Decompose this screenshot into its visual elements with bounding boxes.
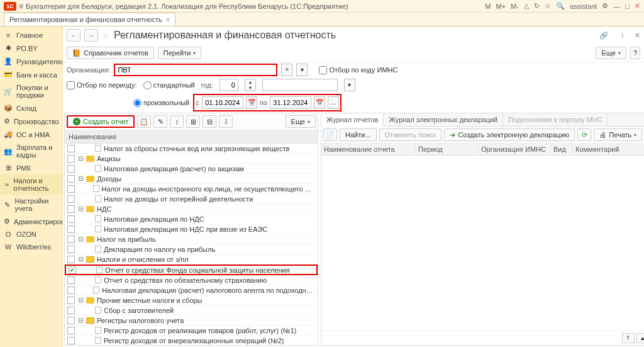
sidebar-item-9[interactable]: ⊞РМК <box>0 161 62 174</box>
minimize-icon[interactable]: — <box>613 3 620 10</box>
checkbox[interactable] <box>67 317 75 324</box>
tree-folder[interactable]: ⊟Регистры налогового учета <box>65 316 318 326</box>
collapse-button[interactable]: ⊟ <box>203 115 216 128</box>
link-icon[interactable]: 🔗 <box>599 31 608 40</box>
print-button[interactable]: 🖨 Печать ▾ <box>594 128 642 141</box>
year-stepper[interactable]: ▴▾ <box>245 79 256 91</box>
more-button-top[interactable]: Еще ▾ <box>596 47 626 59</box>
checkbox[interactable] <box>67 236 75 243</box>
tree-item[interactable]: Налог на доходы иностранного юр.лица, не… <box>65 184 318 194</box>
checkbox[interactable]: ✔ <box>69 266 76 274</box>
expand-icon[interactable]: ⊟ <box>77 205 84 213</box>
create-report-button[interactable]: + Создать отчет <box>67 115 135 128</box>
date-to-calendar-icon[interactable]: 📅 <box>314 96 325 109</box>
checkbox[interactable] <box>67 175 75 183</box>
sidebar-item-10[interactable]: ≈Налоги и отчетность <box>0 174 62 195</box>
more-left-button[interactable]: Еще ▾ <box>286 115 316 128</box>
checkbox[interactable] <box>67 195 75 203</box>
bell-icon[interactable]: △ <box>524 2 529 10</box>
expand-button[interactable]: ⊞ <box>186 115 200 128</box>
sidebar-item-11[interactable]: ✎Настройки учета <box>0 195 62 215</box>
find-button[interactable]: Найти... <box>340 128 377 141</box>
filter-imns-checkbox[interactable]: Отбор по коду ИМНС <box>319 66 397 74</box>
checkbox[interactable] <box>67 276 75 284</box>
tree-folder[interactable]: ⊟Акцизы <box>65 154 318 164</box>
org-input[interactable] <box>114 64 277 76</box>
expand-icon[interactable]: ⊟ <box>77 296 84 304</box>
checkbox[interactable] <box>67 155 75 162</box>
org-select-button[interactable]: ▾ <box>296 64 308 76</box>
maximize-icon[interactable]: □ <box>625 3 630 10</box>
tree-item[interactable]: Налоговая декларация по НДС при ввозе из… <box>65 224 318 234</box>
grid-body[interactable] <box>321 156 644 331</box>
star-icon[interactable]: ☆ <box>545 2 551 10</box>
period-arbitrary-radio[interactable]: произвольный <box>133 99 189 107</box>
tree-folder[interactable]: ⊟Налоги и отчисления от з/пл <box>65 254 318 265</box>
sidebar-item-13[interactable]: OOZON <box>0 228 62 241</box>
reports-tree[interactable]: Налог за сбросы сточных вод или загрязня… <box>65 144 318 345</box>
sidebar-item-5[interactable]: 📦Склад <box>0 101 62 115</box>
tree-item[interactable]: Декларация по налогу на прибыль <box>65 244 318 254</box>
reference-reports-button[interactable]: 📙 Справочник отчетов <box>67 47 154 59</box>
titlebar-m-minus[interactable]: M- <box>511 3 519 10</box>
checkbox[interactable] <box>67 185 75 193</box>
back-button[interactable]: ← <box>67 29 80 42</box>
sidebar-item-12[interactable]: ⚙Администрирование <box>0 215 62 228</box>
copy-button[interactable]: 📋 <box>137 115 151 128</box>
period-standard-radio[interactable]: стандартный <box>143 81 195 89</box>
filter-period-checkbox[interactable]: Отбор по периоду: <box>67 81 137 89</box>
subtab-0[interactable]: Журнал отчетов <box>321 113 384 127</box>
tree-item[interactable]: Отчет о средствах по обязательному страх… <box>65 275 318 285</box>
date-from-calendar-icon[interactable]: 📅 <box>246 96 257 109</box>
history-icon[interactable]: ↻ <box>534 2 540 10</box>
checkbox[interactable] <box>67 215 75 223</box>
period-select-dropdown[interactable]: ▾ <box>344 79 355 91</box>
expand-icon[interactable]: ⊟ <box>77 316 84 324</box>
edit-button[interactable]: ✎ <box>153 115 167 128</box>
period-select-input[interactable] <box>262 79 338 91</box>
date-from-input[interactable] <box>202 96 243 109</box>
favorite-icon[interactable]: ☆ <box>102 30 110 40</box>
date-to-input[interactable] <box>270 96 311 109</box>
checkbox[interactable] <box>67 145 75 152</box>
create-declaration-button[interactable]: ➜ Создать электронную декларацию <box>444 128 575 141</box>
sort-button[interactable]: ↕ <box>170 115 184 128</box>
export-button[interactable]: ⇩ <box>219 115 233 128</box>
go-button[interactable]: Перейти ▾ <box>158 47 202 59</box>
refresh-small-button[interactable]: 📄 <box>323 128 337 141</box>
tree-folder[interactable]: ⊟Доходы <box>65 174 318 184</box>
checkbox[interactable] <box>67 205 75 213</box>
checkbox[interactable] <box>67 246 75 253</box>
sidebar-item-6[interactable]: ⚙Производство <box>0 115 62 128</box>
checkbox[interactable] <box>67 165 75 173</box>
scroll-up-button[interactable]: ▲ <box>636 333 644 343</box>
tree-item[interactable]: Регистр доходов от внереализационных опе… <box>65 336 318 345</box>
user-label[interactable]: assistant <box>570 3 597 10</box>
checkbox[interactable] <box>67 337 75 344</box>
expand-icon[interactable]: ⊟ <box>77 255 84 263</box>
checkbox[interactable] <box>67 256 75 263</box>
checkbox[interactable] <box>67 225 75 233</box>
cancel-find-button[interactable]: Отменить поиск <box>379 128 442 141</box>
settings-icon[interactable]: ⚙ <box>602 2 608 10</box>
tree-item[interactable]: ✔Отчет о средствах Фонда социальной защи… <box>65 265 318 275</box>
sidebar-item-0[interactable]: ≡Главное <box>0 29 62 42</box>
scroll-top-button[interactable]: ⤒ <box>622 333 635 343</box>
sidebar-item-14[interactable]: WWildberries <box>0 241 62 253</box>
checkbox[interactable] <box>67 287 75 294</box>
info-icon[interactable]: i <box>622 31 623 39</box>
tree-item[interactable]: Сбор с заготовителей <box>65 305 318 316</box>
tree-folder[interactable]: ⊟НДС <box>65 204 318 214</box>
tree-item[interactable]: Регистр доходов от реализации товаров (р… <box>65 326 318 336</box>
period-ellipsis-button[interactable]: … <box>328 96 339 109</box>
checkbox[interactable] <box>67 297 75 304</box>
forward-button[interactable]: → <box>84 29 98 42</box>
expand-icon[interactable]: ⊟ <box>77 154 84 162</box>
titlebar-m-plus[interactable]: M+ <box>496 3 506 10</box>
sidebar-item-3[interactable]: 💳Банк и касса <box>0 68 62 81</box>
sidebar-item-8[interactable]: 👥Зарплата и кадры <box>0 141 62 161</box>
help-button[interactable]: ? <box>630 47 640 59</box>
tree-item[interactable]: Налоговая декларация (расчет) по акцизам <box>65 164 318 174</box>
tree-folder[interactable]: ⊟Прочие местные налоги и сборы <box>65 295 318 305</box>
tree-item[interactable]: Налог на доходы от лотерейной деятельнос… <box>65 194 318 204</box>
